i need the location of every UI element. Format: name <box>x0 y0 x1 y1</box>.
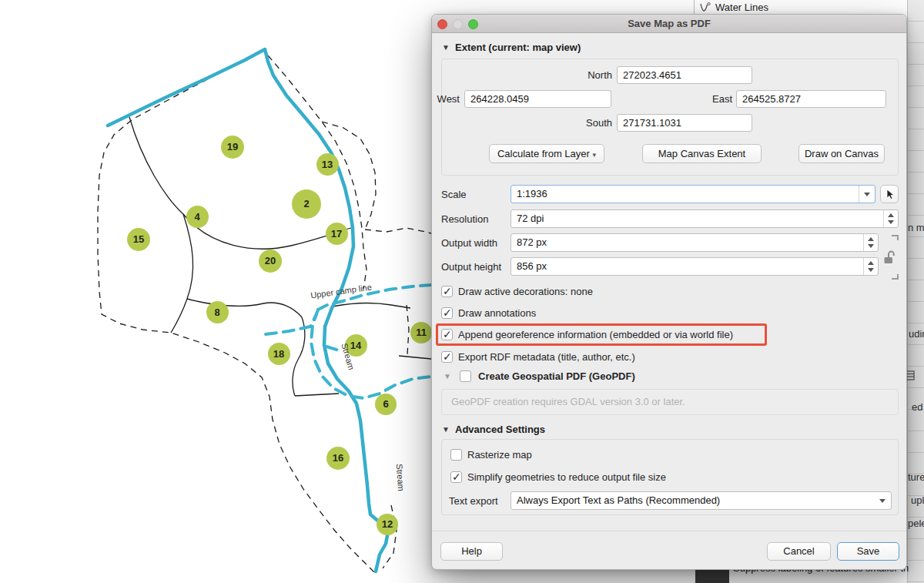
resolution-label: Resolution <box>441 213 488 225</box>
parcel-boundary-dashed <box>98 49 375 573</box>
resolution-value: 72 dpi <box>517 213 544 224</box>
cancel-button[interactable]: Cancel <box>767 542 831 561</box>
export-rdf-label: Export RDF metadata (title, author, etc.… <box>458 351 635 363</box>
save-button[interactable]: Save <box>837 542 899 561</box>
advanced-collapse-triangle-icon[interactable]: ▼ <box>442 425 450 434</box>
map-marker-6: 6 <box>375 394 397 415</box>
calculate-from-layer-button[interactable]: Calculate from Layer ▾ <box>489 144 604 163</box>
footer-separator <box>432 531 906 531</box>
stream-line-solid <box>108 49 388 571</box>
calculate-from-layer-label: Calculate from Layer <box>497 148 590 159</box>
background-text-fragment: upli <box>911 494 924 506</box>
background-text-fragment: ture <box>908 471 924 483</box>
background-text-fragment: ed <box>912 401 922 413</box>
background-text-fragment: pele <box>908 518 924 529</box>
draw-decorations-label: Draw active decorations: none <box>458 286 593 297</box>
map-text-label: Stream <box>395 464 406 491</box>
draw-decorations-checkbox[interactable] <box>441 286 453 297</box>
rasterize-map-checkbox[interactable] <box>450 449 462 461</box>
simplify-geometries-label: Simplify geometries to reduce output fil… <box>467 471 666 483</box>
resolution-spinner[interactable] <box>883 210 898 227</box>
rasterize-map-label: Rasterize map <box>467 449 532 461</box>
text-export-value: Always Export Text as Paths (Recommended… <box>517 494 720 506</box>
lock-aspect-ratio-control[interactable] <box>883 235 900 280</box>
output-width-spinner[interactable] <box>863 234 878 251</box>
output-height-label: Output height <box>441 261 501 273</box>
output-height-value: 856 px <box>517 260 547 272</box>
polyline-layer-icon <box>699 2 711 12</box>
list-icon <box>906 370 917 380</box>
dialog-title: Save Map as PDF <box>432 15 906 33</box>
output-width-spinbox[interactable]: 872 px <box>511 233 879 252</box>
help-button[interactable]: Help <box>440 542 503 561</box>
map-marker-19: 19 <box>221 136 244 159</box>
geopdf-note-text: GeoPDF creation requires GDAL version 3.… <box>451 390 685 414</box>
south-input[interactable]: 271731.1031 <box>617 114 752 132</box>
scale-combobox[interactable]: 1:1936 <box>511 185 875 203</box>
map-marker-8: 8 <box>206 301 229 323</box>
text-export-label: Text export <box>449 495 498 507</box>
bracket-icon <box>892 274 899 280</box>
layer-item-water-lines[interactable]: Water Lines <box>699 0 768 14</box>
map-marker-15: 15 <box>127 228 150 251</box>
output-width-label: Output width <box>441 237 497 249</box>
export-rdf-checkbox[interactable] <box>441 351 453 363</box>
map-marker-2: 2 <box>292 189 321 219</box>
parcel-boundary-dashed <box>365 228 431 233</box>
map-marker-11: 11 <box>410 322 432 343</box>
map-canvas-extent-button[interactable]: Map Canvas Extent <box>642 144 762 163</box>
south-label: South <box>432 117 612 129</box>
background-text-fragment: udin <box>909 328 924 340</box>
map-marker-12: 12 <box>377 514 398 535</box>
advanced-settings-header[interactable]: Advanced Settings <box>455 424 545 435</box>
north-label: North <box>432 69 612 81</box>
draw-annotations-label: Draw annotations <box>458 307 536 319</box>
append-georeference-checkbox[interactable] <box>441 329 453 340</box>
layer-label: Water Lines <box>715 2 768 13</box>
map-marker-20: 20 <box>259 250 282 273</box>
east-input[interactable]: 264525.8727 <box>736 90 886 108</box>
cursor-icon <box>883 188 896 200</box>
text-export-dropdown-arrow-icon[interactable] <box>875 492 891 509</box>
scale-label: Scale <box>441 189 467 200</box>
west-input[interactable]: 264228.0459 <box>464 90 611 108</box>
draw-annotations-checkbox[interactable] <box>441 307 453 319</box>
extent-section-header[interactable]: Extent (current: map view) <box>455 42 581 53</box>
open-padlock-icon <box>883 250 896 264</box>
simplify-geometries-checkbox[interactable] <box>450 471 462 483</box>
geopdf-note-box: GeoPDF creation requires GDAL version 3.… <box>441 389 899 415</box>
panel-divider <box>694 0 695 14</box>
create-geopdf-label: Create Geospatial PDF (GeoPDF) <box>478 370 635 382</box>
north-input[interactable]: 272023.4651 <box>617 66 752 84</box>
resolution-spinbox[interactable]: 72 dpi <box>511 209 899 228</box>
west-label: West <box>432 93 460 105</box>
parcel-boundary-dashed <box>407 305 409 354</box>
output-height-spinbox[interactable]: 856 px <box>511 257 879 276</box>
save-map-as-pdf-dialog: Save Map as PDF ▼ Extent (current: map v… <box>431 14 907 570</box>
background-text-fragment: n m <box>908 222 924 233</box>
map-marker-4: 4 <box>186 206 209 228</box>
set-scale-from-canvas-button[interactable] <box>880 185 899 203</box>
east-label: East <box>663 93 732 105</box>
map-canvas: 191324151720818141161612Upper camp lineS… <box>0 0 431 583</box>
output-height-spinner[interactable] <box>863 258 878 275</box>
scale-value: 1:1936 <box>517 188 547 199</box>
create-geopdf-checkbox[interactable] <box>460 370 471 382</box>
collapse-triangle-icon[interactable]: ▼ <box>442 43 450 52</box>
append-georeference-label: Append georeference information (embedde… <box>458 329 733 340</box>
draw-on-canvas-button[interactable]: Draw on Canvas <box>798 144 885 163</box>
map-marker-13: 13 <box>316 153 339 176</box>
geopdf-collapse-triangle-icon[interactable]: ▼ <box>444 372 451 380</box>
map-marker-18: 18 <box>268 343 290 365</box>
dialog-titlebar[interactable]: Save Map as PDF <box>432 15 906 33</box>
map-marker-16: 16 <box>326 447 350 470</box>
text-export-dropdown[interactable]: Always Export Text as Paths (Recommended… <box>511 491 892 510</box>
bracket-icon <box>892 235 899 240</box>
scale-dropdown-arrow-icon[interactable] <box>859 186 875 203</box>
dropdown-arrow-icon: ▾ <box>593 151 597 159</box>
map-marker-17: 17 <box>326 223 348 245</box>
output-width-value: 872 px <box>517 236 547 248</box>
